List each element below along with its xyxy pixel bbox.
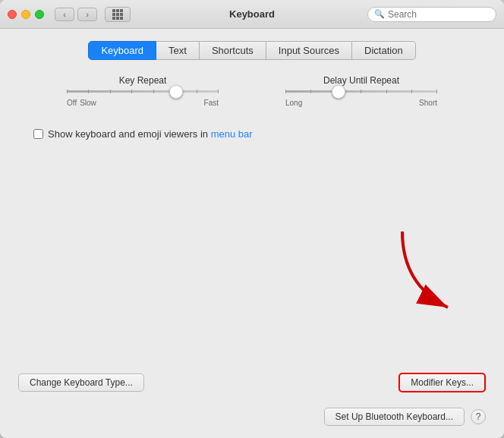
spacer xyxy=(18,140,486,361)
delay-until-repeat-label: Delay Until Repeat xyxy=(323,75,399,86)
forward-button[interactable]: › xyxy=(77,8,97,21)
red-arrow-annotation xyxy=(380,224,471,323)
key-repeat-ticks xyxy=(67,90,219,93)
grid-icon xyxy=(112,9,123,20)
show-keyboard-viewers-label: Show keyboard and emoji viewers in menu … xyxy=(48,128,253,140)
modifier-keys-button[interactable]: Modifier Keys... xyxy=(398,373,486,392)
key-repeat-track[interactable] xyxy=(67,90,219,93)
bottom-area: Change Keyboard Type... Modifier Keys...… xyxy=(18,361,486,429)
traffic-lights xyxy=(8,10,44,19)
minimize-button[interactable] xyxy=(21,10,30,19)
delay-long-label: Long xyxy=(285,99,302,107)
key-repeat-slow-label: Slow xyxy=(80,99,96,107)
show-keyboard-viewers-checkbox[interactable] xyxy=(33,129,43,139)
delay-until-repeat-group: Delay Until Repeat xyxy=(278,75,445,107)
key-repeat-thumb[interactable] xyxy=(169,85,183,99)
delay-until-repeat-ticks xyxy=(285,90,437,93)
bottom-buttons-row2: Set Up Bluetooth Keyboard... ? xyxy=(18,402,486,429)
content-area: Keyboard Text Shortcuts Input Sources Di… xyxy=(0,29,504,438)
key-repeat-slider-container xyxy=(67,90,219,93)
key-repeat-fast-label: Fast xyxy=(204,99,219,107)
tab-shortcuts[interactable]: Shortcuts xyxy=(200,41,266,60)
maximize-button[interactable] xyxy=(35,10,44,19)
bottom-buttons-row1: Change Keyboard Type... Modifier Keys... xyxy=(18,367,486,395)
tab-input-sources[interactable]: Input Sources xyxy=(266,41,352,60)
key-repeat-labels: Off Slow Fast xyxy=(67,99,219,107)
checkbox-row: Show keyboard and emoji viewers in menu … xyxy=(18,128,486,140)
key-repeat-group: Key Repeat xyxy=(59,75,226,107)
delay-until-repeat-slider-container xyxy=(285,90,437,93)
search-input[interactable] xyxy=(388,9,487,20)
key-repeat-label: Key Repeat xyxy=(119,75,167,86)
help-button[interactable]: ? xyxy=(471,409,486,424)
delay-short-label: Short xyxy=(419,99,437,107)
delay-until-repeat-labels: Long Short xyxy=(285,99,437,107)
tab-dictation[interactable]: Dictation xyxy=(352,41,416,60)
sliders-area: Key Repeat xyxy=(18,75,486,107)
app-grid-button[interactable] xyxy=(105,7,131,22)
window: ‹ › Keyboard 🔍 Keyboard Text Shortcuts I… xyxy=(0,0,504,438)
tab-bar: Keyboard Text Shortcuts Input Sources Di… xyxy=(18,41,486,60)
change-keyboard-type-button[interactable]: Change Keyboard Type... xyxy=(18,373,144,392)
delay-until-repeat-track[interactable] xyxy=(285,90,437,93)
search-box[interactable]: 🔍 xyxy=(367,7,496,22)
titlebar: ‹ › Keyboard 🔍 xyxy=(0,0,504,29)
close-button[interactable] xyxy=(8,10,17,19)
bottom-right-group: Set Up Bluetooth Keyboard... ? xyxy=(324,408,486,426)
tab-keyboard[interactable]: Keyboard xyxy=(88,41,156,60)
back-button[interactable]: ‹ xyxy=(55,8,74,21)
search-icon: 🔍 xyxy=(374,9,385,19)
key-repeat-off-label: Off xyxy=(67,99,77,107)
set-up-bluetooth-button[interactable]: Set Up Bluetooth Keyboard... xyxy=(324,408,465,426)
nav-buttons: ‹ › xyxy=(55,8,97,21)
window-title: Keyboard xyxy=(229,8,275,20)
delay-until-repeat-thumb[interactable] xyxy=(332,85,345,99)
menu-bar-link[interactable]: menu bar xyxy=(211,128,253,140)
tab-text[interactable]: Text xyxy=(156,41,200,60)
